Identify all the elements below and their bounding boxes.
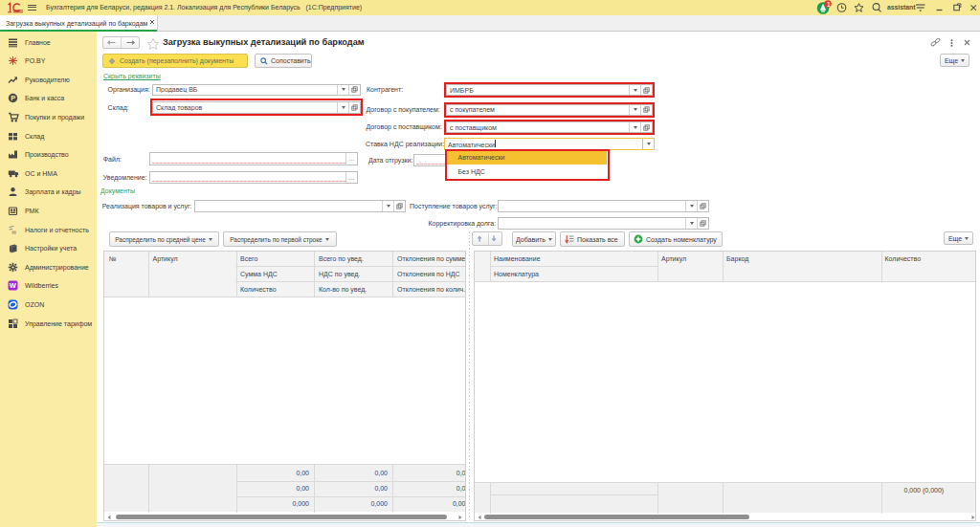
svg-text:1: 1 (827, 1, 831, 8)
svg-text:%: % (11, 229, 16, 234)
svg-text:P: P (11, 94, 15, 102)
svg-text:W: W (10, 282, 17, 291)
svg-text:assistant: assistant (887, 4, 916, 11)
